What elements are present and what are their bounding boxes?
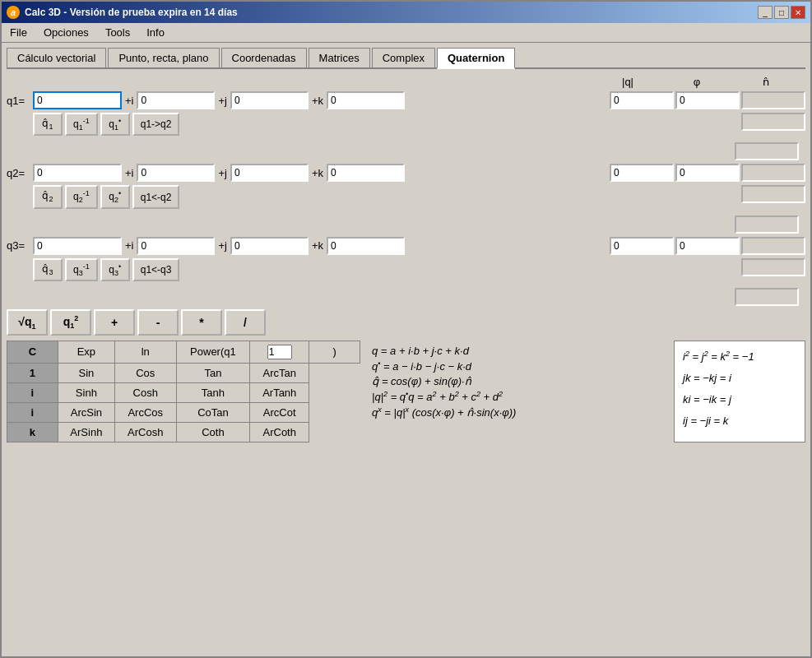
q2-b-input[interactable] bbox=[137, 164, 215, 182]
q2-hat-button[interactable]: q̂2 bbox=[33, 185, 63, 208]
q2-n2-input bbox=[741, 185, 805, 203]
div-button[interactable]: / bbox=[225, 309, 266, 335]
calc-buttons: C Exp ln Power(q1 ) 1 Sin Cos bbox=[7, 341, 360, 443]
q2-c-input[interactable] bbox=[230, 164, 309, 182]
calc-ln[interactable]: ln bbox=[114, 341, 176, 363]
q2-n1-input bbox=[741, 164, 805, 182]
calc-i[interactable]: i bbox=[7, 382, 58, 402]
calc-arcoth[interactable]: ArCoth bbox=[250, 422, 309, 442]
q2-plus-k: +k bbox=[312, 167, 323, 179]
q2-copy-button[interactable]: q1<-q2 bbox=[132, 185, 180, 208]
q1-inv-button[interactable]: q1-1 bbox=[65, 113, 98, 136]
calc-arsinh[interactable]: ArSinh bbox=[58, 422, 114, 442]
calc-exp[interactable]: Exp bbox=[58, 341, 114, 363]
minimize-button[interactable]: _ bbox=[758, 6, 773, 19]
q1-copy-button[interactable]: q1->q2 bbox=[132, 113, 180, 136]
title-controls[interactable]: _ □ ✕ bbox=[758, 6, 805, 19]
q2-d-input[interactable] bbox=[327, 164, 405, 182]
q1-label: q1= bbox=[7, 95, 31, 107]
calc-arctan[interactable]: ArcTan bbox=[250, 363, 309, 382]
q3-label: q3= bbox=[7, 239, 31, 252]
tab-complex[interactable]: Complex bbox=[372, 48, 435, 67]
formula-2: q• = a − i·b − j·c − k·d bbox=[372, 359, 662, 373]
q1-d-input[interactable] bbox=[327, 91, 405, 109]
q3-star-button[interactable]: q3• bbox=[100, 258, 130, 281]
header-mod: |q| bbox=[595, 76, 661, 88]
tab-quaternion[interactable]: Quaternion bbox=[437, 48, 515, 69]
tab-matrices[interactable]: Matrices bbox=[309, 48, 370, 67]
q3-plus-k: +k bbox=[312, 239, 323, 252]
menu-opciones[interactable]: Opciones bbox=[39, 25, 94, 40]
q2-phi-input[interactable] bbox=[675, 164, 740, 182]
main-window: a Calc 3D - Versión de prueba expira en … bbox=[0, 0, 812, 658]
calc-sin[interactable]: Sin bbox=[58, 363, 114, 382]
tab-coordenadas[interactable]: Coordenadas bbox=[221, 48, 307, 67]
calc-coth[interactable]: Coth bbox=[176, 422, 250, 442]
tab-calculo-vectorial[interactable]: Cálculo vectorial bbox=[7, 48, 106, 67]
rule-4: ij = −ji = k bbox=[683, 410, 796, 432]
calc-cotan[interactable]: CoTan bbox=[176, 402, 250, 422]
op-buttons-row: √q1 q12 + - * / bbox=[7, 309, 805, 335]
content-area: Cálculo vectorial Punto, recta, plano Co… bbox=[2, 43, 810, 656]
app-icon: a bbox=[7, 6, 20, 19]
calc-arccos[interactable]: ArcCos bbox=[114, 402, 176, 422]
q1-c-input[interactable] bbox=[230, 91, 309, 109]
menu-info[interactable]: Info bbox=[142, 25, 169, 40]
calc-tan[interactable]: Tan bbox=[176, 363, 250, 382]
calc-arcosh[interactable]: ArCosh bbox=[114, 422, 176, 442]
calc-power[interactable]: Power(q1 bbox=[176, 341, 250, 363]
q3-a-input[interactable] bbox=[33, 237, 122, 255]
calc-arcsin[interactable]: ArcSin bbox=[58, 402, 114, 422]
q3-c-input[interactable] bbox=[230, 237, 309, 255]
q1-star-button[interactable]: q1• bbox=[100, 113, 130, 136]
menu-tools[interactable]: Tools bbox=[100, 25, 135, 40]
q1-hat-button[interactable]: q̂1 bbox=[33, 113, 63, 136]
q3-n1-input bbox=[741, 237, 805, 255]
calc-c[interactable]: C bbox=[7, 341, 58, 363]
q3-mod-input[interactable] bbox=[610, 237, 674, 255]
q2-inv-button[interactable]: q2-1 bbox=[65, 185, 98, 208]
sqrt-q1-button[interactable]: √q1 bbox=[7, 309, 48, 335]
close-button[interactable]: ✕ bbox=[791, 6, 805, 19]
calc-close-paren[interactable]: ) bbox=[309, 341, 360, 363]
formula-5: qx = |q|x (cos(x·φ) + n̂·sin(x·φ)) bbox=[372, 405, 662, 419]
calc-cos[interactable]: Cos bbox=[114, 363, 176, 382]
calc-power-val[interactable] bbox=[250, 341, 309, 363]
q1-mod-input[interactable] bbox=[610, 91, 674, 109]
q2-a-input[interactable] bbox=[33, 164, 122, 182]
sub-button[interactable]: - bbox=[137, 309, 179, 335]
calc-1[interactable]: 1 bbox=[7, 363, 58, 382]
tab-punto-recta[interactable]: Punto, recta, plano bbox=[108, 48, 219, 67]
menu-file[interactable]: File bbox=[5, 25, 32, 40]
calc-cosh[interactable]: Cosh bbox=[114, 382, 176, 402]
calc-artanh[interactable]: ArTanh bbox=[250, 382, 309, 402]
q2-plus-j: +j bbox=[218, 167, 226, 179]
q2-input-row: q2= +i +j +k bbox=[7, 164, 805, 182]
q1-sq-button[interactable]: q12 bbox=[50, 309, 91, 335]
q3-d-input[interactable] bbox=[327, 237, 405, 255]
calc-arccot[interactable]: ArcCot bbox=[250, 402, 309, 422]
q3-plus-i: +i bbox=[125, 239, 133, 252]
calc-tanh[interactable]: Tanh bbox=[176, 382, 250, 402]
mul-button[interactable]: * bbox=[181, 309, 222, 335]
q2-mod-input[interactable] bbox=[610, 164, 674, 182]
q3-copy-button[interactable]: q1<-q3 bbox=[132, 258, 180, 281]
q2-star-button[interactable]: q2• bbox=[100, 185, 130, 208]
q1-plus-i: +i bbox=[125, 95, 133, 107]
q1-phi-input[interactable] bbox=[675, 91, 740, 109]
add-button[interactable]: + bbox=[94, 309, 135, 335]
q3-hat-button[interactable]: q̂3 bbox=[33, 258, 63, 281]
q1-a-input[interactable] bbox=[33, 91, 122, 109]
calc-sinh[interactable]: Sinh bbox=[58, 382, 114, 402]
maximize-button[interactable]: □ bbox=[774, 6, 789, 19]
q2-section: q2= +i +j +k q̂2 bbox=[7, 164, 805, 233]
formula-4: |q|2 = q•q = a2 + b2 + c2 + d2 bbox=[372, 390, 662, 403]
rule-2: jk = −kj = i bbox=[683, 368, 796, 389]
calc-i2[interactable]: i bbox=[7, 402, 58, 422]
q3-phi-input[interactable] bbox=[675, 237, 740, 255]
q1-n3-row bbox=[7, 142, 799, 160]
q3-inv-button[interactable]: q3-1 bbox=[65, 258, 98, 281]
q3-b-input[interactable] bbox=[137, 237, 215, 255]
calc-k[interactable]: k bbox=[7, 422, 58, 442]
q1-b-input[interactable] bbox=[137, 91, 215, 109]
